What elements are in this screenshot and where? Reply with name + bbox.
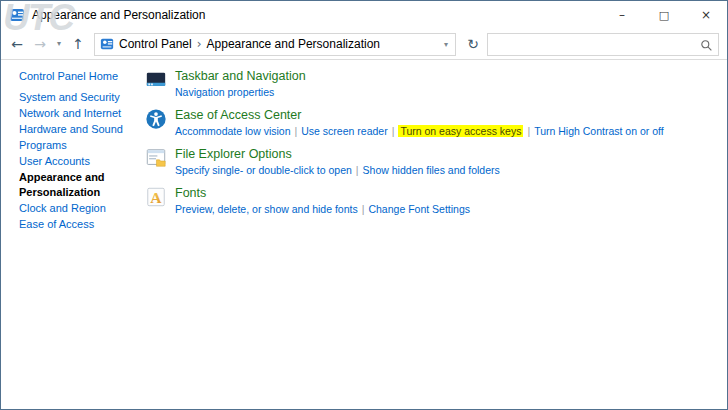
link-specify-single-or-double-click[interactable]: Specify single- or double-click to open [175, 164, 352, 176]
section-links: Navigation properties [175, 85, 306, 99]
section-fonts: A Fonts Preview, delete, or show and hid… [145, 185, 717, 216]
maximize-button[interactable]: □ [643, 1, 685, 29]
link-preview-delete-show-hide-fonts[interactable]: Preview, delete, or show and hide fonts [175, 203, 358, 215]
forward-button[interactable]: → [30, 37, 50, 51]
sidebar-item-system-and-security[interactable]: System and Security [19, 90, 133, 105]
link-navigation-properties[interactable]: Navigation properties [175, 86, 274, 98]
section-title-fonts[interactable]: Fonts [175, 185, 470, 201]
link-turn-high-contrast-on-or-off[interactable]: Turn High Contrast on or off [534, 125, 664, 137]
sidebar-item-hardware-and-sound[interactable]: Hardware and Sound [19, 122, 133, 137]
search-input[interactable] [493, 38, 700, 50]
up-button[interactable]: ↑ [68, 37, 88, 51]
control-panel-icon [9, 7, 25, 23]
section-links: Preview, delete, or show and hide fonts|… [175, 202, 470, 216]
link-accommodate-low-vision[interactable]: Accommodate low vision [175, 125, 291, 137]
window-title: Appearance and Personalization [32, 8, 205, 22]
taskbar-icon[interactable] [145, 69, 167, 91]
control-panel-window: UTC Appearance and Personalization – □ ×… [0, 0, 728, 410]
section-file-explorer-options: File Explorer Options Specify single- or… [145, 146, 717, 177]
section-title-taskbar-and-navigation[interactable]: Taskbar and Navigation [175, 68, 306, 84]
link-separator: | [295, 125, 298, 137]
section-text: Ease of Access Center Accommodate low vi… [175, 107, 664, 138]
link-show-hidden-files-and-folders[interactable]: Show hidden files and folders [363, 164, 500, 176]
link-separator: | [392, 125, 395, 137]
sidebar-item-clock-and-region[interactable]: Clock and Region [19, 201, 133, 216]
section-taskbar-and-navigation: Taskbar and Navigation Navigation proper… [145, 68, 717, 99]
sidebar-item-network-and-internet[interactable]: Network and Internet [19, 106, 133, 121]
title-bar: Appearance and Personalization – □ × [1, 1, 727, 29]
section-text: File Explorer Options Specify single- or… [175, 146, 500, 177]
section-text: Taskbar and Navigation Navigation proper… [175, 68, 306, 99]
minimize-button[interactable]: – [601, 1, 643, 29]
section-links: Specify single- or double-click to open|… [175, 163, 500, 177]
file-explorer-options-icon[interactable] [145, 147, 167, 169]
window-controls: – □ × [601, 1, 727, 29]
sidebar-item-control-panel-home[interactable]: Control Panel Home [19, 69, 133, 84]
search-box[interactable] [487, 33, 719, 56]
breadcrumb-item-current[interactable]: Appearance and Personalization [207, 37, 380, 51]
sidebar-item-programs[interactable]: Programs [19, 138, 133, 153]
link-separator: | [527, 125, 530, 137]
refresh-button[interactable]: ↻ [462, 36, 484, 52]
sidebar-item-user-accounts[interactable]: User Accounts [19, 154, 133, 169]
link-use-screen-reader[interactable]: Use screen reader [301, 125, 387, 137]
link-separator: | [362, 203, 365, 215]
search-icon[interactable] [700, 38, 713, 51]
svg-text:A: A [150, 189, 162, 206]
sidebar-item-ease-of-access[interactable]: Ease of Access [19, 217, 133, 232]
breadcrumb-chevron-icon[interactable]: › [197, 37, 202, 51]
section-title-ease-of-access-center[interactable]: Ease of Access Center [175, 107, 664, 123]
history-dropdown-icon[interactable]: ▾ [53, 40, 65, 48]
sidebar-item-appearance-and-personalization[interactable]: Appearance and Personalization [19, 170, 133, 200]
section-title-file-explorer-options[interactable]: File Explorer Options [175, 146, 500, 162]
close-button[interactable]: × [685, 1, 727, 29]
fonts-icon[interactable]: A [145, 186, 167, 208]
breadcrumb-dropdown-icon[interactable]: ▾ [442, 40, 450, 49]
main-content: Taskbar and Navigation Navigation proper… [137, 60, 727, 409]
link-turn-on-easy-access-keys[interactable]: Turn on easy access keys [398, 125, 523, 137]
back-button[interactable]: ← [7, 37, 27, 51]
navigation-toolbar: ← → ▾ ↑ Control Panel › Appearance and P… [1, 29, 727, 60]
ease-of-access-icon[interactable] [145, 108, 167, 130]
sidebar: Control Panel Home System and Security N… [1, 60, 137, 409]
section-links: Accommodate low vision|Use screen reader… [175, 124, 664, 138]
breadcrumb-item-control-panel[interactable]: Control Panel [119, 37, 192, 51]
control-panel-icon-small [100, 37, 114, 51]
section-text: Fonts Preview, delete, or show and hide … [175, 185, 470, 216]
section-ease-of-access-center: Ease of Access Center Accommodate low vi… [145, 107, 717, 138]
breadcrumb[interactable]: Control Panel › Appearance and Personali… [94, 33, 456, 56]
link-change-font-settings[interactable]: Change Font Settings [368, 203, 470, 215]
window-body: Control Panel Home System and Security N… [1, 60, 727, 409]
link-separator: | [356, 164, 359, 176]
